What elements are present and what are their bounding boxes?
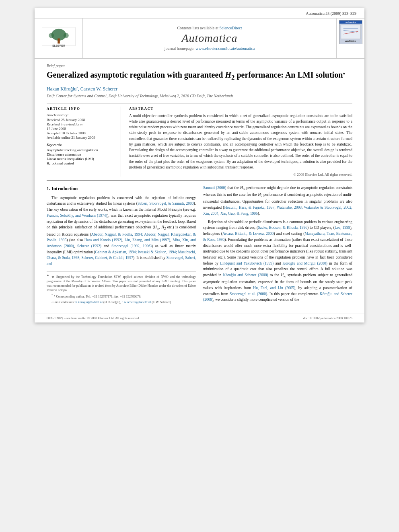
section-label: Introduction: [51, 186, 78, 191]
sciencedirect-link[interactable]: ScienceDirect: [219, 26, 242, 30]
keyword-2: Disturbance attenuation: [47, 152, 116, 156]
body-col-right: Sannuti (2000) that the H∞ performance m…: [203, 185, 352, 306]
page: Automatica 45 (2009) 823–829 ELSEVIER Co…: [35, 8, 364, 322]
history-label: Article history:: [47, 113, 116, 117]
svg-text:IFAC: IFAC: [349, 40, 352, 42]
available-date: Available online 21 January 2009: [47, 136, 116, 140]
received-date: Received 25 January 2008: [47, 118, 116, 122]
body-two-column: 1. Introduction The asymptotic regulatio…: [47, 185, 352, 306]
abstract-text: A multi-objective controller synthesis p…: [129, 113, 352, 170]
sciencedirect-text: Contents lists available at: [177, 26, 218, 30]
automatica-cover-image: automatica IFAC: [339, 20, 362, 44]
journal-title-center: Contents lists available at ScienceDirec…: [83, 18, 336, 58]
homepage-link[interactable]: www.elsevier.com/locate/automatica: [195, 46, 255, 51]
revised-label: Received in revised form: [47, 122, 116, 126]
svg-point-3: [49, 33, 54, 38]
accepted-date: Accepted 18 October 2008: [47, 131, 116, 135]
email-label: E-mail addresses:: [51, 300, 75, 304]
keywords-section: Keywords: Asymptotic tracking and regula…: [47, 143, 116, 165]
article-info-abstract: ARTICLE INFO Article history: Received 2…: [47, 103, 352, 177]
keyword-4: H₂ optimal control: [47, 161, 116, 165]
sciencedirect-bar: Contents lists available at ScienceDirec…: [177, 26, 242, 30]
footer-issn: 0005-1098/$ – see front matter © 2008 El…: [47, 316, 140, 320]
page-footer: 0005-1098/$ – see front matter © 2008 El…: [35, 314, 364, 322]
article-history: Article history: Received 25 January 200…: [47, 113, 116, 140]
intro-para-1: The asymptotic regulation problem is con…: [47, 195, 196, 267]
corresponding-text: * Corresponding author. Tel.: +31 152787…: [54, 295, 141, 298]
author-1: Hakan Köroğlu: [47, 86, 76, 92]
journal-volume: Automatica 45 (2009) 823–829: [306, 11, 356, 16]
footnote-star: ★ ★ Supported by the Technology Foundati…: [47, 274, 196, 292]
email-2-name: (C.W. Scherer).: [152, 300, 172, 304]
article-info-panel: ARTICLE INFO Article history: Received 2…: [47, 107, 121, 177]
keywords-label: Keywords:: [47, 143, 116, 147]
footnote-email: E-mail addresses: h.koroglu@tudelft.nl (…: [47, 300, 196, 304]
automatica-logo-area: automatica IFAC: [336, 18, 364, 58]
author-2: Carsten W. Scherer: [80, 86, 117, 92]
intro-section-title: 1. Introduction: [47, 185, 196, 193]
abstract-section: ABSTRACT A multi-objective controller sy…: [129, 107, 352, 177]
keyword-3: Linear matrix inequalities (LMI): [47, 157, 116, 161]
article-type-label: Brief paper: [47, 64, 352, 68]
email-1-name: (H. Köroğlu),: [103, 300, 121, 304]
footnotes: ★ ★ Supported by the Technology Foundati…: [47, 271, 196, 304]
homepage-label: journal homepage:: [165, 46, 195, 51]
footnote-star-text: ★ Supported by the Technology Foundation…: [47, 275, 196, 292]
svg-rect-2: [58, 38, 60, 43]
svg-text:automatica: automatica: [346, 21, 356, 23]
footnote-corresponding: * * Corresponding author. Tel.: +31 1527…: [47, 294, 196, 299]
elsevier-logo-area: ELSEVIER: [35, 18, 83, 58]
abstract-title: ABSTRACT: [129, 107, 352, 111]
svg-rect-9: [341, 25, 360, 39]
copyright-line: © 2008 Elsevier Ltd. All rights reserved…: [129, 173, 352, 177]
section-number: 1.: [47, 186, 50, 191]
email-2[interactable]: c.w.scherer@tudelft.nl: [122, 300, 151, 304]
svg-text:ELSEVIER: ELSEVIER: [52, 44, 65, 47]
elsevier-logo-svg: ELSEVIER: [41, 27, 77, 49]
keyword-1: Asymptotic tracking and regulation: [47, 148, 116, 152]
article-info-title: ARTICLE INFO: [47, 107, 116, 111]
journal-homepage: journal homepage: www.elsevier.com/locat…: [165, 46, 255, 51]
paper-title: Generalized asymptotic regulation with g…: [47, 70, 352, 82]
revised-date: 17 June 2008: [47, 127, 116, 131]
right-para-2: Rejection of sinusoidal or periodic dist…: [203, 219, 352, 303]
content-area: Brief paper Generalized asymptotic regul…: [35, 59, 364, 314]
math-h2: H: [225, 70, 231, 79]
journal-header: Automatica 45 (2009) 823–829: [35, 8, 364, 18]
journal-branding-bar: ELSEVIER Contents lists available at Sci…: [35, 18, 364, 59]
footer-doi: doi:10.1016/j.automatica.2008.10.026: [303, 316, 352, 320]
title-star: ★: [343, 72, 345, 75]
section-divider: [47, 181, 352, 181]
author-1-star: *: [76, 86, 78, 89]
journal-name: Automatica: [181, 32, 237, 45]
svg-point-4: [63, 33, 68, 38]
right-para-1: Sannuti (2000) that the H∞ performance m…: [203, 185, 352, 216]
body-col-left: 1. Introduction The asymptotic regulatio…: [47, 185, 196, 306]
authors-line: Hakan Köroğlu*, Carsten W. Scherer: [47, 86, 352, 92]
email-1[interactable]: h.koroglu@tudelft.nl: [76, 300, 103, 304]
affiliation: Delft Center for Systems and Control, De…: [47, 94, 352, 98]
